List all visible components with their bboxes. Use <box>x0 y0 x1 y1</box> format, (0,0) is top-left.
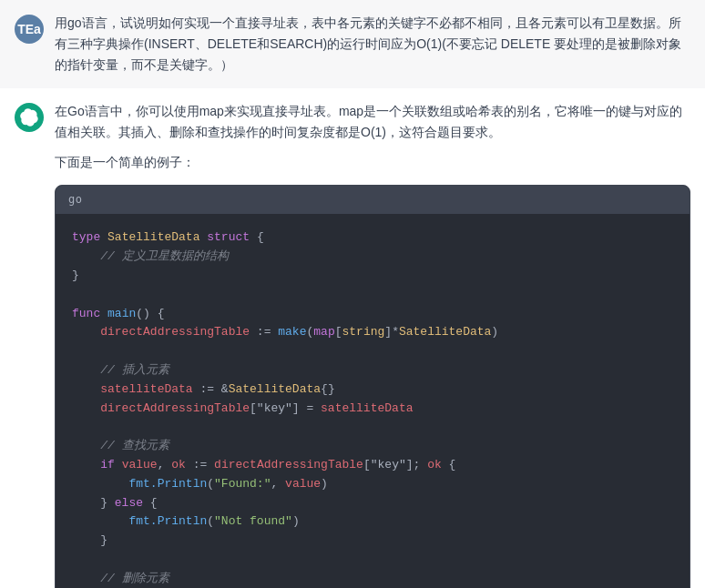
user-message-row: TEa 用go语言，试说明如何实现一个直接寻址表，表中各元素的关键字不必都不相同… <box>0 0 705 88</box>
ai-logo-icon <box>20 108 38 127</box>
ai-intro-1: 在Go语言中，你可以使用map来实现直接寻址表。map是一个关联数组或哈希表的别… <box>55 101 690 143</box>
ai-message-content: 在Go语言中，你可以使用map来实现直接寻址表。map是一个关联数组或哈希表的别… <box>55 101 690 588</box>
ai-intro-2: 下面是一个简单的例子： <box>55 152 690 173</box>
code-lang-label: go <box>68 193 82 206</box>
chat-container: TEa 用go语言，试说明如何实现一个直接寻址表，表中各元素的关键字不必都不相同… <box>0 0 705 588</box>
code-block: go type SatelliteData struct { // 定义卫星数据… <box>55 185 690 588</box>
code-block-header: go <box>56 186 690 215</box>
user-avatar: TEa <box>15 15 44 44</box>
user-message-content: 用go语言，试说明如何实现一个直接寻址表，表中各元素的关键字不必都不相同，且各元… <box>55 13 690 76</box>
user-avatar-label: TEa <box>17 22 41 36</box>
code-block-body: type SatelliteData struct { // 定义卫星数据的结构… <box>56 214 690 588</box>
code-pre: type SatelliteData struct { // 定义卫星数据的结构… <box>72 228 673 588</box>
user-message-text: 用go语言，试说明如何实现一个直接寻址表，表中各元素的关键字不必都不相同，且各元… <box>55 13 690 76</box>
ai-message-row: 在Go语言中，你可以使用map来实现直接寻址表。map是一个关联数组或哈希表的别… <box>0 88 705 588</box>
ai-avatar <box>15 103 44 132</box>
